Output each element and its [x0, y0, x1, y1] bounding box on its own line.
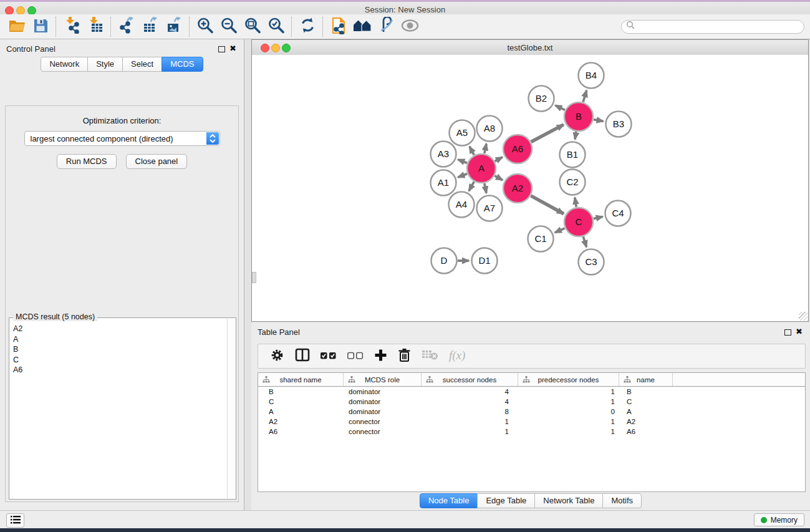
zoom-fit-button[interactable]: [241, 17, 264, 37]
home-button[interactable]: [350, 17, 374, 37]
graph-edge-A-A7[interactable]: [485, 183, 486, 193]
column-header-name[interactable]: name: [619, 373, 673, 386]
graph-edge-B-B4[interactable]: [583, 90, 587, 102]
graph-edge-A2-C[interactable]: [531, 196, 563, 214]
tab-network[interactable]: Network: [41, 57, 88, 72]
run-mcds-button[interactable]: Run MCDS: [57, 154, 117, 169]
graph-edge-B-B3[interactable]: [594, 120, 603, 122]
cell-name[interactable]: B: [619, 388, 673, 395]
close-panel-icon[interactable]: ✖: [229, 44, 236, 53]
split-columns-button[interactable]: [295, 348, 310, 364]
result-scrollbar[interactable]: [227, 319, 236, 498]
tab-style[interactable]: Style: [87, 57, 123, 72]
criterion-dropdown[interactable]: largest connected component (directed): [24, 131, 220, 146]
cell-successor-nodes[interactable]: 8: [422, 408, 518, 415]
refresh-button[interactable]: [296, 17, 319, 37]
graph-edge-C-C1[interactable]: [555, 228, 565, 233]
cell-shared-name[interactable]: B: [258, 388, 344, 395]
table-row[interactable]: A2connector11A2: [258, 417, 805, 427]
graph-edge-A-A8[interactable]: [485, 143, 486, 153]
graph-edge-C-C4[interactable]: [594, 216, 603, 218]
graph-edge-A6-B[interactable]: [531, 125, 564, 142]
graph-edge-A-A6[interactable]: [495, 157, 503, 161]
cell-shared-name[interactable]: A2: [258, 418, 344, 425]
tab-motifs[interactable]: Motifs: [602, 493, 642, 508]
new-network-from-file-button[interactable]: [327, 17, 350, 37]
tab-network-table[interactable]: Network Table: [534, 493, 603, 508]
graph-edge-A-A3[interactable]: [458, 160, 467, 163]
float-table-panel-icon[interactable]: [784, 329, 791, 336]
cell-shared-name[interactable]: C: [258, 398, 344, 405]
cell-predecessor-nodes[interactable]: 1: [518, 388, 619, 395]
cell-mcds-role[interactable]: dominator: [344, 398, 422, 405]
zoom-out-button[interactable]: [217, 17, 241, 37]
table-row[interactable]: Adominator80A: [258, 407, 805, 417]
import-table-button[interactable]: [84, 17, 107, 37]
result-item[interactable]: A2: [13, 324, 227, 334]
tab-select[interactable]: Select: [122, 57, 162, 72]
memory-button[interactable]: Memory: [754, 513, 804, 526]
cell-predecessor-nodes[interactable]: 1: [518, 398, 619, 405]
add-column-button[interactable]: [374, 349, 387, 364]
search-input[interactable]: [635, 21, 804, 32]
save-button[interactable]: [29, 17, 52, 37]
column-header-mcds-role[interactable]: MCDS role: [344, 373, 422, 386]
cell-predecessor-nodes[interactable]: 0: [518, 408, 619, 415]
window-edge-grip[interactable]: [252, 272, 256, 283]
tab-mcds[interactable]: MCDS: [162, 57, 203, 72]
close-table-panel-icon[interactable]: ✖: [796, 327, 803, 336]
graph-edge-A-A4[interactable]: [469, 181, 474, 191]
column-header-shared-name[interactable]: shared name: [258, 373, 344, 386]
cell-successor-nodes[interactable]: 4: [422, 398, 518, 405]
network-canvas[interactable]: B4B2BB3A8A5A6A3B1AA1C2A2A4A7C4CC1DD1C3: [252, 55, 808, 321]
result-item[interactable]: A: [13, 334, 227, 345]
zoom-in-button[interactable]: [193, 17, 217, 37]
cell-successor-nodes[interactable]: 1: [422, 418, 518, 425]
import-network-button[interactable]: [60, 17, 84, 37]
graph-edge-A-A1[interactable]: [458, 174, 467, 178]
tab-node-table[interactable]: Node Table: [420, 493, 478, 508]
export-table-button[interactable]: [138, 17, 162, 37]
zoom-selected-button[interactable]: [264, 17, 288, 37]
table-row[interactable]: Bdominator41B: [258, 387, 805, 397]
close-panel-button[interactable]: Close panel: [126, 154, 188, 169]
graphics-details-button[interactable]: [374, 17, 398, 37]
cell-predecessor-nodes[interactable]: 1: [518, 418, 619, 425]
cell-mcds-role[interactable]: connector: [344, 428, 422, 435]
cell-successor-nodes[interactable]: 1: [422, 428, 518, 435]
graph-edge-A-A2[interactable]: [494, 176, 502, 180]
open-folder-button[interactable]: [5, 17, 29, 37]
task-history-button[interactable]: [6, 513, 24, 528]
graph-edge-C-C2[interactable]: [575, 198, 576, 207]
window-resize-grip[interactable]: [799, 312, 808, 321]
float-panel-icon[interactable]: [218, 46, 225, 52]
result-item[interactable]: A6: [13, 365, 227, 375]
deselect-all-button[interactable]: [347, 351, 364, 362]
cell-name[interactable]: C: [619, 398, 673, 405]
cell-mcds-role[interactable]: dominator: [344, 388, 422, 395]
select-all-button[interactable]: [321, 351, 337, 362]
cell-name[interactable]: A6: [619, 428, 673, 435]
table-settings-button[interactable]: [270, 348, 284, 365]
result-item[interactable]: C: [13, 355, 227, 365]
cell-mcds-role[interactable]: connector: [344, 418, 422, 425]
tab-edge-table[interactable]: Edge Table: [477, 493, 535, 508]
export-image-button[interactable]: [162, 17, 186, 37]
delete-columns-button[interactable]: [398, 348, 411, 365]
eye-button[interactable]: [398, 17, 422, 37]
graph-edge-B-B1[interactable]: [575, 132, 576, 139]
graph-edge-B-B2[interactable]: [556, 105, 565, 110]
cell-predecessor-nodes[interactable]: 1: [518, 428, 619, 435]
table-row[interactable]: Cdominator41C: [258, 397, 805, 407]
cell-successor-nodes[interactable]: 4: [422, 388, 518, 395]
cell-name[interactable]: A2: [619, 418, 673, 425]
cell-mcds-role[interactable]: dominator: [344, 408, 422, 415]
result-item[interactable]: B: [13, 344, 227, 355]
graph-edge-C-C3[interactable]: [583, 236, 586, 247]
graph-edge-A-A5[interactable]: [470, 147, 474, 155]
cell-shared-name[interactable]: A6: [258, 428, 344, 435]
mcds-result-list[interactable]: A2ABCA6: [9, 319, 227, 499]
cell-shared-name[interactable]: A: [258, 408, 344, 415]
column-header-predecessor-nodes[interactable]: predecessor nodes: [518, 373, 619, 386]
table-row[interactable]: A6connector11A6: [258, 427, 805, 437]
